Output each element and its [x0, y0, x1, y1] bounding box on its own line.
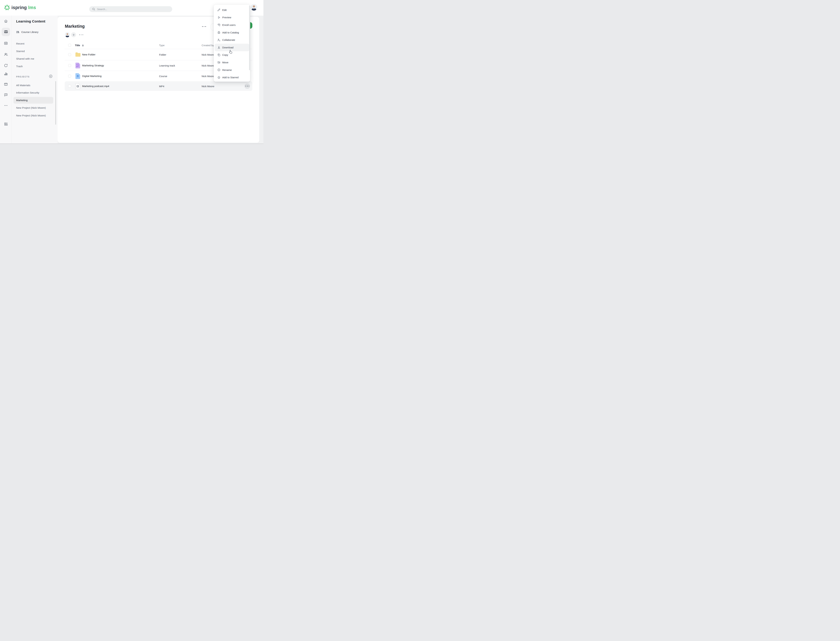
collaborator-avatar[interactable] [65, 32, 70, 37]
star-icon [217, 76, 221, 79]
sidebar-title: Learning Content [16, 19, 45, 23]
projects-section-label: PROJECTS [16, 76, 29, 78]
play-icon [217, 16, 221, 19]
column-header-created-by[interactable]: Created by [202, 44, 214, 47]
column-header-type[interactable]: Type [159, 44, 164, 47]
row-checkbox[interactable] [68, 64, 71, 67]
ispring-lms-app: ispring lms [0, 0, 263, 144]
graduation-cap-plus-icon [217, 23, 221, 27]
more-icon[interactable] [2, 101, 10, 110]
users-icon[interactable] [2, 50, 10, 59]
sidebar-item-recent[interactable]: Recent [16, 42, 24, 45]
calendar-icon[interactable] [2, 39, 10, 48]
add-project-button[interactable] [49, 74, 53, 78]
pencil-icon [217, 8, 221, 11]
assignments-icon[interactable] [2, 61, 10, 70]
page-title: Marketing [65, 24, 85, 29]
ispring-logo[interactable]: ispring lms [4, 5, 36, 11]
global-search[interactable] [89, 6, 172, 12]
collaborators-row [65, 32, 83, 37]
learning-track-icon [76, 63, 80, 68]
sort-desc-icon [82, 44, 84, 47]
sidebar-item-new-project-2[interactable]: New Project (Nick Moore) [16, 114, 46, 117]
user-avatar[interactable] [251, 4, 257, 11]
nav-rail [0, 16, 12, 144]
search-input[interactable] [97, 8, 168, 11]
menu-item-collaborate[interactable]: Collaborate [214, 36, 250, 43]
apps-icon[interactable] [2, 120, 10, 128]
reports-icon[interactable] [2, 70, 10, 78]
person-plus-icon [217, 38, 221, 42]
sidebar-item-all-materials[interactable]: All Materials [16, 84, 30, 87]
sidebar-scrollbar[interactable] [55, 81, 56, 125]
menu-item-add-to-starred[interactable]: Add to Starred [214, 74, 250, 81]
menu-item-rename[interactable]: Rename [214, 66, 250, 74]
logo-text-accent: lms [28, 5, 36, 10]
context-menu: Edit Preview Enroll users Add to Catalog [214, 5, 250, 82]
menu-item-add-to-catalog[interactable]: Add to Catalog [214, 29, 250, 36]
logo-text-primary: ispring [11, 5, 27, 10]
help-icon[interactable] [2, 90, 10, 99]
copy-icon [217, 53, 221, 56]
archive-box-icon [217, 31, 221, 34]
row-more-button[interactable] [244, 84, 250, 89]
sidebar-item-course-library[interactable]: Course Library [16, 31, 39, 34]
sidebar-item-starred[interactable]: Starred [16, 50, 25, 53]
home-icon[interactable] [2, 17, 10, 25]
window-edge [0, 143, 263, 144]
sidebar-item-trash[interactable]: Trash [16, 65, 23, 68]
menu-item-enroll-users[interactable]: Enroll users [214, 21, 250, 29]
column-header-title[interactable]: Title [75, 44, 84, 47]
menu-item-edit[interactable]: Edit [214, 6, 250, 14]
collaborators-more-button[interactable] [79, 34, 83, 35]
add-collaborator-button[interactable] [71, 32, 76, 37]
row-checkbox[interactable] [68, 53, 71, 56]
sidebar-item-new-project-1[interactable]: New Project (Nick Moore) [16, 106, 46, 110]
video-file-icon [76, 83, 80, 89]
page-more-button[interactable] [202, 26, 206, 27]
row-checkbox[interactable] [68, 74, 71, 77]
mouse-cursor [229, 50, 233, 54]
search-icon [92, 8, 95, 11]
menu-item-preview[interactable]: Preview [214, 14, 250, 21]
menu-item-move[interactable]: Move [214, 59, 250, 66]
folder-arrow-icon [217, 61, 221, 64]
rename-cursor-icon [217, 68, 221, 72]
sidebar: Learning Content Course Library Recent S… [12, 16, 58, 144]
sidebar-item-shared-with-me[interactable]: Shared with me [16, 57, 34, 60]
course-icon [76, 73, 80, 79]
download-icon [217, 46, 221, 49]
learning-content-icon[interactable] [2, 28, 10, 36]
row-checkbox[interactable] [68, 85, 71, 87]
select-all-checkbox[interactable] [68, 44, 71, 47]
sidebar-item-information-security[interactable]: Information Security [16, 91, 39, 94]
folder-icon [76, 53, 81, 57]
sidebar-item-marketing[interactable]: Marketing [16, 99, 27, 102]
logo-flower-icon [4, 5, 10, 11]
library-icon [16, 31, 19, 34]
context-menu-scrollbar[interactable] [249, 6, 250, 70]
info-board-icon[interactable] [2, 80, 10, 89]
table-row-marketing-podcast[interactable]: Marketing podcast.mp4 MP4 Nick Moore [64, 81, 252, 91]
